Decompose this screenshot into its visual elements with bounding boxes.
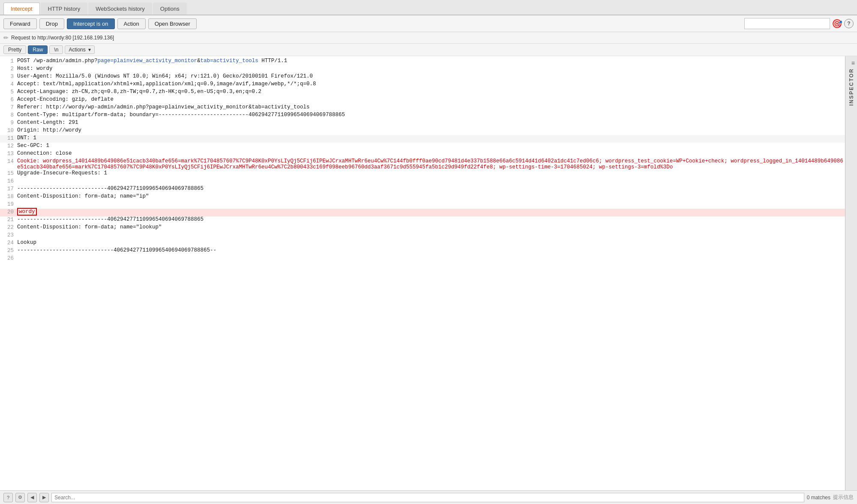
line-number: 24 [2, 240, 14, 246]
table-row: 24Lookup [0, 240, 845, 247]
line-content: POST /wp-admin/admin.php?page=plainview_… [17, 58, 843, 64]
table-row: 4Accept: text/html,application/xhtml+xml… [0, 81, 845, 89]
table-row: 1POST /wp-admin/admin.php?page=plainview… [0, 58, 845, 66]
table-row: 7Referer: http://wordy/wp-admin/admin.ph… [0, 104, 845, 112]
pencil-icon: ✏ [3, 34, 9, 41]
inspector-lines-icon[interactable]: ≡ [851, 60, 855, 66]
table-row: 18Content-Disposition: form-data; name="… [0, 193, 845, 201]
line-number: 20 [2, 209, 14, 215]
line-number: 1 [2, 58, 14, 64]
line-content: Connection: close [17, 150, 843, 156]
line-number: 12 [2, 143, 14, 149]
line-number: 10 [2, 127, 14, 134]
help-status-button[interactable]: ? [3, 493, 13, 502]
code-area[interactable]: 1POST /wp-admin/admin.php?page=plainview… [0, 56, 845, 490]
line-number: 19 [2, 201, 14, 207]
line-content: Content-Length: 291 [17, 120, 843, 126]
line-content: Host: wordy [17, 66, 843, 72]
line-content: Cookie: wordpress_14014489b649086e51cacb… [17, 158, 843, 170]
status-search-input[interactable] [51, 493, 804, 502]
line-content: Lookup [17, 240, 843, 246]
line-number: 18 [2, 193, 14, 200]
table-row: 21----------------------------4062942771… [0, 216, 845, 224]
table-row: 11DNT: 1 [0, 135, 845, 143]
line-content: ----------------------------406294277110… [17, 186, 843, 192]
table-row: 14Cookie: wordpress_14014489b649086e51ca… [0, 158, 845, 170]
table-row: 13Connection: close [0, 150, 845, 158]
table-row: 9Content-Length: 291 [0, 120, 845, 127]
highlighted-word: wordy [17, 208, 37, 216]
table-row: 16 [0, 178, 845, 186]
line-content: Accept-Encoding: gzip, deflate [17, 96, 843, 102]
line-number: 11 [2, 135, 14, 141]
line-content: DNT: 1 [17, 135, 843, 141]
matches-count: 0 matches [807, 495, 830, 501]
format-bar: Pretty Raw \n Actions ▾ [0, 44, 857, 56]
line-number: 5 [2, 89, 14, 95]
table-row: 8Content-Type: multipart/form-data; boun… [0, 112, 845, 120]
line-content: Content-Disposition: form-data; name="lo… [17, 224, 843, 230]
table-row: 23 [0, 232, 845, 240]
table-row: 15Upgrade-Insecure-Requests: 1 [0, 170, 845, 178]
table-row: 22Content-Disposition: form-data; name="… [0, 224, 845, 232]
toolbar: Forward Drop Intercept is on Action Open… [0, 15, 857, 32]
table-row: 20wordy [0, 209, 845, 216]
line-number: 8 [2, 112, 14, 118]
raw-button[interactable]: Raw [28, 45, 48, 54]
help-button[interactable]: ? [844, 19, 854, 28]
actions-label: Actions [69, 47, 85, 53]
table-row: 2Host: wordy [0, 66, 845, 73]
search-box: 🎯 ? [744, 18, 854, 29]
inspector-label: INSPECTOR [848, 68, 854, 106]
request-info-text: Request to http://wordy:80 [192.168.199.… [11, 35, 114, 41]
line-number: 9 [2, 120, 14, 126]
line-number: 13 [2, 150, 14, 157]
burp-logo-icon: 🎯 [832, 18, 842, 29]
forward-nav-button[interactable]: ▶ [39, 493, 49, 502]
intercept-button[interactable]: Intercept is on [67, 18, 115, 29]
line-number: 25 [2, 247, 14, 254]
line-number: 21 [2, 216, 14, 223]
line-content: User-Agent: Mozilla/5.0 (Windows NT 10.0… [17, 73, 843, 79]
line-number: 16 [2, 178, 14, 184]
line-content: ------------------------------4062942771… [17, 247, 843, 253]
line-number: 17 [2, 186, 14, 192]
line-content: Accept: text/html,application/xhtml+xml,… [17, 81, 843, 87]
tab-websockets-history[interactable]: WebSockets history [88, 3, 152, 15]
line-number: 15 [2, 170, 14, 177]
drop-button[interactable]: Drop [39, 18, 64, 29]
back-button[interactable]: ◀ [27, 493, 37, 502]
line-number: 7 [2, 104, 14, 111]
ln-button[interactable]: \n [49, 45, 63, 54]
pretty-button[interactable]: Pretty [3, 45, 26, 54]
table-row: 3User-Agent: Mozilla/5.0 (Windows NT 10.… [0, 73, 845, 81]
line-number: 2 [2, 66, 14, 72]
status-bar: ? ⚙ ◀ ▶ 0 matches 提示信息 [0, 490, 857, 504]
table-row: 19 [0, 201, 845, 209]
table-row: 17----------------------------4062942771… [0, 186, 845, 193]
line-content: Content-Disposition: form-data; name="ip… [17, 193, 843, 199]
line-number: 23 [2, 232, 14, 238]
table-row: 5Accept-Language: zh-CN,zh;q=0.8,zh-TW;q… [0, 89, 845, 96]
action-button[interactable]: Action [117, 18, 146, 29]
forward-button[interactable]: Forward [3, 18, 37, 29]
inspector-panel: ≡ INSPECTOR [845, 56, 857, 490]
open-browser-button[interactable]: Open Browser [148, 18, 197, 29]
settings-status-button[interactable]: ⚙ [15, 493, 25, 502]
table-row: 25------------------------------40629427… [0, 247, 845, 255]
line-content: ----------------------------406294277110… [17, 216, 843, 222]
request-info-bar: ✏ Request to http://wordy:80 [192.168.19… [0, 32, 857, 44]
chevron-down-icon: ▾ [88, 47, 91, 53]
tab-options[interactable]: Options [153, 3, 187, 15]
tab-bar: Intercept HTTP history WebSockets histor… [0, 0, 857, 15]
line-number: 26 [2, 255, 14, 261]
main-area: 1POST /wp-admin/admin.php?page=plainview… [0, 56, 857, 490]
tab-http-history[interactable]: HTTP history [41, 3, 88, 15]
line-content: Referer: http://wordy/wp-admin/admin.php… [17, 104, 843, 110]
line-number: 6 [2, 96, 14, 103]
line-content: Origin: http://wordy [17, 127, 843, 133]
search-input[interactable] [744, 18, 830, 29]
actions-dropdown[interactable]: Actions ▾ [65, 45, 94, 54]
line-content: Upgrade-Insecure-Requests: 1 [17, 170, 843, 176]
tab-intercept[interactable]: Intercept [3, 3, 40, 15]
